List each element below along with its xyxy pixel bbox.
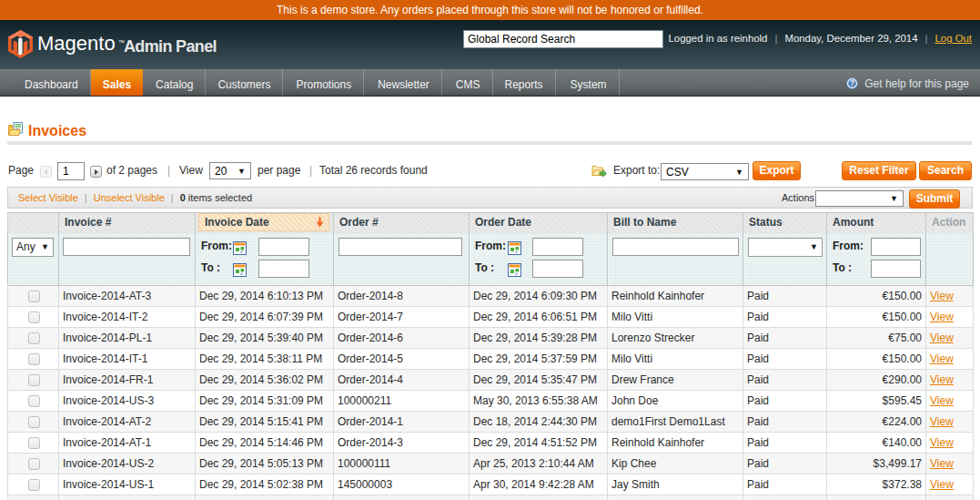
svg-text:?: ?	[850, 78, 854, 87]
